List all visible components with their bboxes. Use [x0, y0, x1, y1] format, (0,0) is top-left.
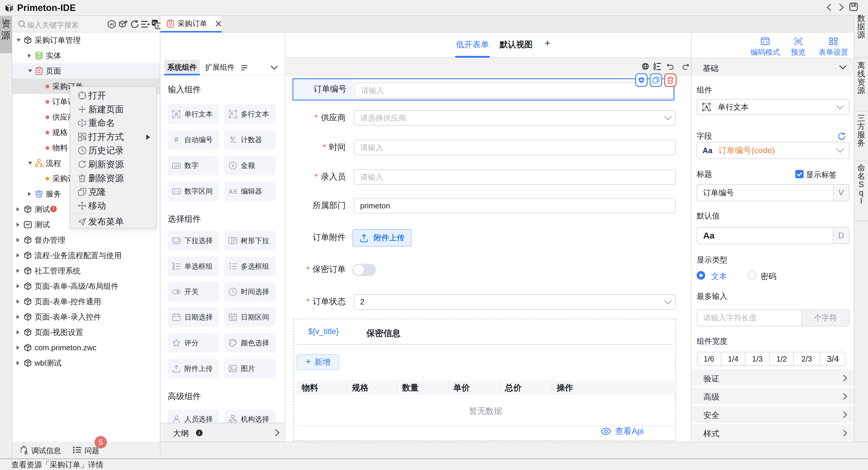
svg-text:A: A	[230, 111, 234, 116]
svg-text:AI: AI	[110, 22, 114, 27]
svg-text:123: 123	[174, 164, 179, 168]
svg-text:A: A	[175, 112, 179, 117]
svg-text:#: #	[174, 136, 179, 144]
svg-text:¥: ¥	[231, 163, 234, 169]
svg-text:A: A	[704, 104, 709, 110]
svg-text:A: A	[229, 188, 233, 195]
svg-text:1~3: 1~3	[174, 190, 179, 193]
svg-text:文: 文	[156, 24, 160, 28]
